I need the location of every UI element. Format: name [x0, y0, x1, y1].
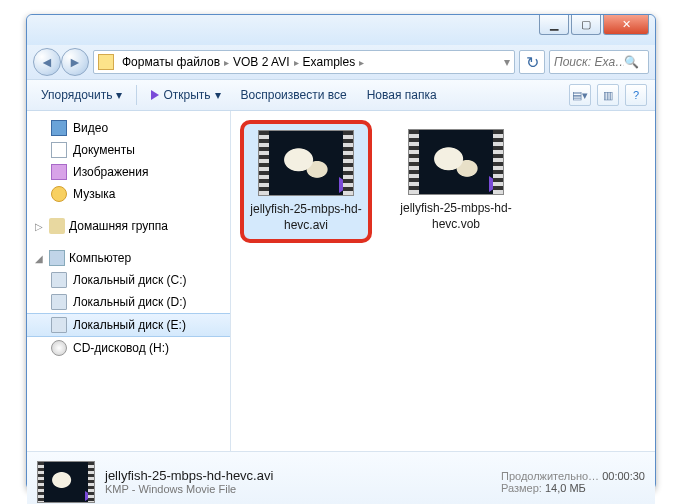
homegroup-icon [49, 218, 65, 234]
play-overlay-icon [85, 491, 93, 501]
disk-icon [51, 294, 67, 310]
film-icon [51, 120, 67, 136]
search-input[interactable] [554, 55, 624, 69]
play-all-button[interactable]: Воспроизвести все [235, 84, 353, 106]
chevron-down-icon: ▾ [215, 88, 221, 102]
new-folder-button[interactable]: Новая папка [361, 84, 443, 106]
view-options-button[interactable]: ▤▾ [569, 84, 591, 106]
breadcrumb-seg[interactable]: Examples [299, 55, 360, 69]
tree-item-documents[interactable]: Документы [27, 139, 230, 161]
play-overlay-icon [489, 176, 501, 192]
chevron-right-icon: ▸ [359, 57, 364, 68]
separator [136, 85, 137, 105]
titlebar: ▁ ▢ ✕ [27, 15, 655, 45]
music-icon [51, 186, 67, 202]
cd-icon [51, 340, 67, 356]
expander-icon[interactable]: ◢ [35, 253, 45, 264]
navigation-tree: Видео Документы Изображения Музыка ▷Дома… [27, 111, 231, 451]
disk-icon [51, 272, 67, 288]
image-icon [51, 164, 67, 180]
search-box[interactable]: 🔍 [549, 50, 649, 74]
play-icon [151, 90, 159, 100]
details-filename: jellyfish-25-mbps-hd-hevc.avi [105, 468, 491, 483]
details-thumbnail [37, 461, 95, 503]
tree-item-cd-h[interactable]: CD-дисковод (H:) [27, 337, 230, 359]
nav-back-button[interactable]: ◄ [33, 48, 61, 76]
toolbar: Упорядочить▾ Открыть▾ Воспроизвести все … [27, 79, 655, 111]
document-icon [51, 142, 67, 158]
tree-item-music[interactable]: Музыка [27, 183, 230, 205]
minimize-button[interactable]: ▁ [539, 15, 569, 35]
maximize-button[interactable]: ▢ [571, 15, 601, 35]
explorer-window: ▁ ▢ ✕ ◄ ► Форматы файлов ▸ VOB 2 AVI ▸ E… [26, 14, 656, 490]
tree-item-disk-c[interactable]: Локальный диск (C:) [27, 269, 230, 291]
close-button[interactable]: ✕ [603, 15, 649, 35]
help-button[interactable]: ? [625, 84, 647, 106]
file-name-label: jellyfish-25-mbps-hd-hevc.avi [250, 202, 362, 233]
video-thumbnail [258, 130, 354, 196]
address-row: ◄ ► Форматы файлов ▸ VOB 2 AVI ▸ Example… [27, 45, 655, 79]
play-overlay-icon [339, 177, 351, 193]
computer-icon [49, 250, 65, 266]
refresh-button[interactable]: ↻ [519, 50, 545, 74]
file-name-label: jellyfish-25-mbps-hd-hevc.vob [399, 201, 513, 232]
details-filetype: KMP - Windows Movie File [105, 483, 491, 495]
file-list[interactable]: jellyfish-25-mbps-hd-hevc.avi jellyfish-… [231, 111, 655, 451]
file-item[interactable]: jellyfish-25-mbps-hd-hevc.vob [393, 123, 519, 238]
video-thumbnail [408, 129, 504, 195]
disk-icon [51, 317, 67, 333]
details-properties: Продолжительно… 00:00:30 Размер: 14,0 МБ [501, 470, 645, 494]
breadcrumb-seg[interactable]: Форматы файлов [118, 55, 224, 69]
tree-group-homegroup[interactable]: ▷Домашняя группа [27, 215, 230, 237]
expander-icon[interactable]: ▷ [35, 221, 45, 232]
tree-group-computer[interactable]: ◢Компьютер [27, 247, 230, 269]
address-bar[interactable]: Форматы файлов ▸ VOB 2 AVI ▸ Examples ▸ … [93, 50, 515, 74]
tree-item-videos[interactable]: Видео [27, 117, 230, 139]
tree-item-disk-e[interactable]: Локальный диск (E:) [27, 313, 230, 337]
chevron-down-icon[interactable]: ▾ [504, 55, 510, 69]
tree-item-disk-d[interactable]: Локальный диск (D:) [27, 291, 230, 313]
open-button[interactable]: Открыть▾ [145, 84, 226, 106]
folder-icon [98, 54, 114, 70]
chevron-down-icon: ▾ [582, 89, 588, 102]
file-item[interactable]: jellyfish-25-mbps-hd-hevc.avi [243, 123, 369, 240]
organize-menu[interactable]: Упорядочить▾ [35, 84, 128, 106]
chevron-down-icon: ▾ [116, 88, 122, 102]
tree-item-images[interactable]: Изображения [27, 161, 230, 183]
nav-forward-button[interactable]: ► [61, 48, 89, 76]
breadcrumb-seg[interactable]: VOB 2 AVI [229, 55, 293, 69]
details-pane: jellyfish-25-mbps-hd-hevc.avi KMP - Wind… [27, 451, 655, 504]
preview-pane-button[interactable]: ▥ [597, 84, 619, 106]
search-icon: 🔍 [624, 55, 639, 69]
